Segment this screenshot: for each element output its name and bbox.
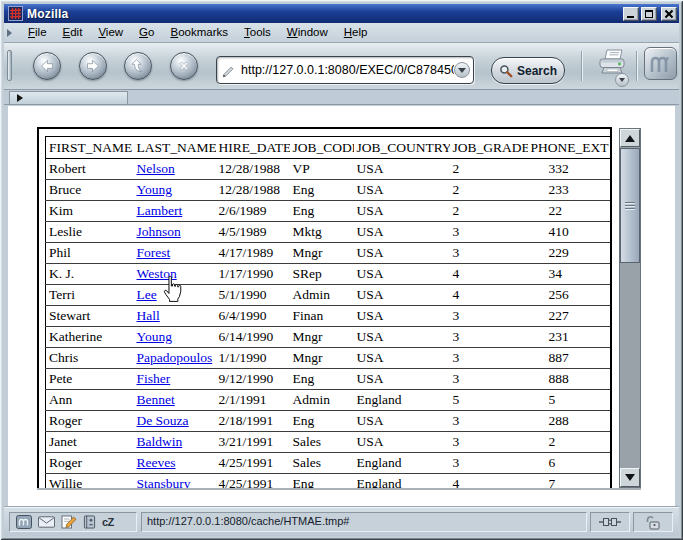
back-button[interactable] bbox=[33, 52, 61, 80]
cell: 7 bbox=[528, 474, 611, 489]
chatzilla-icon[interactable]: cZ bbox=[102, 516, 114, 528]
last-name-link[interactable]: Papadopoulos bbox=[137, 350, 213, 365]
last-name-link[interactable]: Nelson bbox=[137, 161, 175, 176]
sidebar-expand-tab[interactable] bbox=[9, 91, 128, 104]
cell-last-name: Reeves bbox=[134, 453, 216, 474]
stop-button[interactable] bbox=[170, 52, 198, 80]
menu-tools[interactable]: Tools bbox=[236, 24, 279, 41]
last-name-link[interactable]: Hall bbox=[137, 308, 160, 323]
status-url: http://127.0.0.1:8080/cache/HTMAE.tmp# bbox=[141, 512, 587, 532]
cell: 22 bbox=[528, 201, 611, 222]
cell: Eng bbox=[290, 201, 354, 222]
cell: USA bbox=[354, 243, 450, 264]
triangle-right-icon bbox=[17, 94, 23, 102]
last-name-link[interactable]: Baldwin bbox=[137, 434, 183, 449]
cell-last-name: Young bbox=[134, 180, 216, 201]
url-bar[interactable]: http://127.0.0.1:8080/EXEC/0/C8784501611 bbox=[216, 56, 474, 84]
print-dropdown-button[interactable] bbox=[615, 73, 629, 87]
last-name-link[interactable]: Lambert bbox=[137, 203, 183, 218]
search-button[interactable]: Search bbox=[491, 57, 565, 84]
menubar-grippy[interactable] bbox=[7, 29, 12, 37]
cell: Kim bbox=[46, 201, 134, 222]
sidebar-strip bbox=[4, 90, 679, 105]
unlock-icon bbox=[645, 515, 661, 530]
reload-button[interactable] bbox=[124, 52, 152, 80]
last-name-link[interactable]: Fisher bbox=[137, 371, 171, 386]
composer-icon[interactable] bbox=[61, 515, 77, 529]
toolbar-separator bbox=[636, 51, 638, 81]
table-row: KatherineYoung6/14/1990MngrUSA3231 bbox=[46, 327, 611, 348]
cell: VP bbox=[290, 159, 354, 180]
cell: Finan bbox=[290, 306, 354, 327]
cell: 3 bbox=[450, 411, 528, 432]
cell: USA bbox=[354, 411, 450, 432]
menu-edit[interactable]: Edit bbox=[55, 24, 91, 41]
menu-file[interactable]: File bbox=[20, 24, 55, 41]
cell: England bbox=[354, 390, 450, 411]
scroll-down-button[interactable] bbox=[620, 468, 640, 487]
menu-window[interactable]: Window bbox=[279, 24, 336, 41]
minimize-button[interactable] bbox=[623, 7, 639, 21]
last-name-link[interactable]: Stansbury bbox=[137, 476, 191, 488]
triangle-down-icon bbox=[625, 474, 635, 481]
cell: Mngr bbox=[290, 348, 354, 369]
cell: 4 bbox=[450, 264, 528, 285]
menu-help[interactable]: Help bbox=[336, 24, 376, 41]
last-name-link[interactable]: Lee bbox=[137, 287, 157, 302]
cell-last-name: Lambert bbox=[134, 201, 216, 222]
employee-table: FIRST_NAMELAST_NAMEHIRE_DATEJOB_CODEJOB_… bbox=[45, 136, 611, 488]
last-name-link[interactable]: Weston bbox=[137, 266, 177, 281]
cell: Ann bbox=[46, 390, 134, 411]
navigator-icon[interactable] bbox=[16, 515, 32, 529]
cell: Eng bbox=[290, 474, 354, 489]
chevron-down-icon bbox=[458, 68, 466, 73]
arrow-right-icon bbox=[85, 58, 101, 74]
close-button[interactable] bbox=[661, 7, 677, 21]
cell: Pete bbox=[46, 369, 134, 390]
scrollbar-thumb[interactable] bbox=[620, 148, 640, 263]
maximize-button[interactable] bbox=[641, 7, 657, 21]
arrow-left-icon bbox=[39, 58, 55, 74]
menu-view[interactable]: View bbox=[90, 24, 131, 41]
cell: 288 bbox=[528, 411, 611, 432]
cell: Willie bbox=[46, 474, 134, 489]
scroll-up-button[interactable] bbox=[620, 129, 640, 147]
cell: 4/17/1989 bbox=[216, 243, 290, 264]
menubar-items: FileEditViewGoBookmarksToolsWindowHelp bbox=[20, 24, 375, 41]
cell: Stewart bbox=[46, 306, 134, 327]
last-name-link[interactable]: De Souza bbox=[137, 413, 189, 428]
security-indicator[interactable] bbox=[633, 512, 673, 532]
last-name-link[interactable]: Bennet bbox=[137, 392, 175, 407]
table-row: BruceYoung12/28/1988EngUSA2233 bbox=[46, 180, 611, 201]
cell: 2/6/1989 bbox=[216, 201, 290, 222]
menu-bookmarks[interactable]: Bookmarks bbox=[162, 24, 236, 41]
column-header-first_name: FIRST_NAME bbox=[46, 137, 134, 159]
cell: USA bbox=[354, 369, 450, 390]
last-name-link[interactable]: Johnson bbox=[137, 224, 181, 239]
mozilla-logo[interactable] bbox=[644, 47, 677, 80]
online-status-indicator[interactable] bbox=[590, 512, 630, 532]
last-name-link[interactable]: Forest bbox=[137, 245, 171, 260]
cell: Leslie bbox=[46, 222, 134, 243]
cell: 4 bbox=[450, 285, 528, 306]
cell: Katherine bbox=[46, 327, 134, 348]
close-icon bbox=[665, 10, 673, 18]
cell: USA bbox=[354, 222, 450, 243]
menu-go[interactable]: Go bbox=[131, 24, 162, 41]
last-name-link[interactable]: Young bbox=[137, 329, 172, 344]
cell-last-name: Stansbury bbox=[134, 474, 216, 489]
last-name-link[interactable]: Reeves bbox=[137, 455, 176, 470]
cell: Robert bbox=[46, 159, 134, 180]
mail-icon[interactable] bbox=[38, 516, 55, 528]
toolbar-grippy[interactable] bbox=[7, 50, 12, 81]
browser-window: Mozilla FileEditViewGoBookmarksToolsWind… bbox=[0, 0, 683, 540]
url-dropdown-button[interactable] bbox=[454, 62, 470, 78]
forward-button[interactable] bbox=[79, 52, 107, 80]
url-input[interactable]: http://127.0.0.1:8080/EXEC/0/C8784501611 bbox=[241, 63, 454, 77]
cell: Terri bbox=[46, 285, 134, 306]
cell: 3 bbox=[450, 369, 528, 390]
last-name-link[interactable]: Young bbox=[137, 182, 172, 197]
table-scrollbar[interactable] bbox=[619, 128, 641, 488]
window-title: Mozilla bbox=[27, 7, 623, 21]
address-book-icon[interactable] bbox=[83, 515, 96, 529]
